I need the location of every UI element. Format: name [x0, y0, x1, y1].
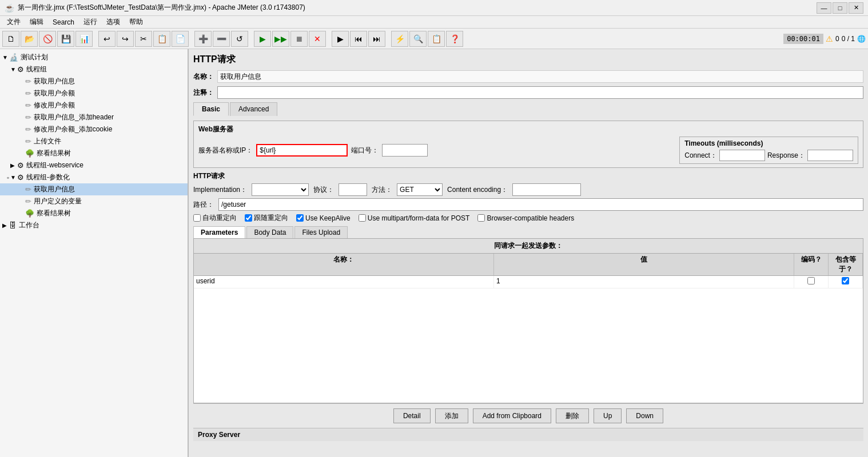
tree-item-view-result-2[interactable]: 🌳 察看结果树: [0, 207, 188, 219]
menu-search[interactable]: Search: [48, 17, 79, 27]
new-button[interactable]: 🗋: [2, 31, 19, 47]
thread-param-icon: ⚙: [17, 173, 24, 182]
tree-item-user-vars[interactable]: ✏ 用户定义的变量: [0, 195, 188, 207]
start-no-pause-button[interactable]: ▶▶: [272, 31, 289, 47]
tree-arrow-thread-group[interactable]: ▼: [10, 66, 17, 73]
impl-select[interactable]: HttpClient4 Java: [252, 183, 309, 196]
remote-exit-button[interactable]: ⏭: [368, 31, 385, 47]
down-button[interactable]: Down: [626, 408, 663, 423]
keep-alive-checkbox[interactable]: Use KeepAlive: [296, 214, 351, 222]
shutdown-button[interactable]: ✕: [309, 31, 326, 47]
close-button[interactable]: ✕: [849, 2, 863, 14]
stop-button[interactable]: 🚫: [39, 31, 56, 47]
user-vars-icon: ✏: [25, 197, 31, 206]
menu-run[interactable]: 运行: [79, 16, 102, 28]
tree-label-modify-balance: 修改用户余额: [34, 101, 75, 110]
method-select[interactable]: GET POST PUT DELETE: [397, 183, 443, 196]
save-button[interactable]: 💾: [57, 31, 74, 47]
name-input[interactable]: [217, 70, 863, 83]
search-button[interactable]: 🔍: [409, 31, 427, 47]
include-checkbox-0[interactable]: [842, 277, 849, 284]
menu-edit[interactable]: 编辑: [25, 16, 48, 28]
tree-arrow-param[interactable]: ▼: [10, 174, 17, 181]
menu-options[interactable]: 选项: [102, 16, 125, 28]
tree-item-get-user-info-1[interactable]: ✏ 获取用户信息: [0, 75, 188, 87]
tree-arrow-test-plan[interactable]: ▼: [2, 54, 9, 61]
server-name-input[interactable]: [256, 144, 348, 157]
browser-headers-checkbox[interactable]: Browser-compatible headers: [477, 214, 574, 222]
copy-button[interactable]: 📋: [153, 31, 170, 47]
response-input[interactable]: [807, 150, 853, 161]
auto-redirect-checkbox[interactable]: 自动重定向: [193, 213, 237, 223]
get-user-header-icon: ✏: [25, 113, 31, 122]
function-helper-button[interactable]: ⚡: [391, 31, 408, 47]
encoding-input[interactable]: [512, 183, 581, 196]
log-button[interactable]: 📋: [428, 31, 445, 47]
multipart-checkbox[interactable]: Use multipart/form-data for POST: [359, 214, 470, 222]
test-plan-icon: 🔬: [9, 53, 18, 62]
main-tab-bar: Basic Advanced: [193, 102, 863, 116]
tree-item-workbench[interactable]: ▶ 🗄 工作台: [0, 219, 188, 231]
path-label: 路径：: [193, 200, 214, 210]
remote-stop-button[interactable]: ⏮: [350, 31, 367, 47]
encode-checkbox-0[interactable]: [807, 277, 815, 284]
tree-item-view-result-1[interactable]: 🌳 察看结果树: [0, 147, 188, 159]
inner-tab-parameters[interactable]: Parameters: [193, 226, 245, 238]
add-clipboard-button[interactable]: Add from Clipboard: [473, 408, 551, 423]
start-button[interactable]: ▶: [254, 31, 271, 47]
tree-arrow-webservice[interactable]: ▶: [10, 162, 17, 169]
response-label: Response：: [767, 151, 805, 161]
comment-input[interactable]: [217, 86, 863, 99]
connect-label: Connect：: [684, 151, 717, 161]
paste-button[interactable]: 📄: [172, 31, 189, 47]
tree-item-thread-group[interactable]: ▼ ⚙ 线程组: [0, 63, 188, 75]
add-param-button[interactable]: 添加: [435, 408, 468, 423]
open-button[interactable]: 📂: [21, 31, 38, 47]
tree-item-test-plan[interactable]: ▼ 🔬 测试计划: [0, 51, 188, 63]
minimize-button[interactable]: —: [817, 2, 831, 14]
tree-item-thread-param[interactable]: ◦ ▼ ⚙ 线程组-参数化: [0, 171, 188, 183]
help-button[interactable]: ❓: [446, 31, 463, 47]
menu-file[interactable]: 文件: [2, 16, 25, 28]
cut-button[interactable]: ✂: [135, 31, 152, 47]
follow-redirect-checkbox[interactable]: 跟随重定向: [245, 213, 288, 223]
tree-item-thread-webservice[interactable]: ▶ ⚙ 线程组-webservice: [0, 159, 188, 171]
tree-label-thread-webservice: 线程组-webservice: [26, 161, 83, 170]
tree-item-get-user-balance[interactable]: ✏ 获取用户余额: [0, 87, 188, 99]
detail-button[interactable]: Detail: [393, 408, 431, 423]
reset-button[interactable]: ↺: [231, 31, 248, 47]
remove-button[interactable]: ➖: [213, 31, 230, 47]
get-user-balance-icon: ✏: [25, 89, 31, 98]
delete-button[interactable]: 删除: [556, 408, 589, 423]
up-button[interactable]: Up: [594, 408, 622, 423]
tree-item-modify-balance[interactable]: ✏ 修改用户余额: [0, 99, 188, 111]
tree-arrow-workbench[interactable]: ▶: [2, 222, 9, 228]
tree-item-upload-file[interactable]: ✏ 上传文件: [0, 135, 188, 147]
tree-label-thread-group: 线程组: [26, 65, 47, 74]
tab-advanced[interactable]: Advanced: [230, 102, 277, 116]
tree-label-view-result-2: 察看结果树: [37, 209, 71, 218]
method-label: 方法：: [372, 185, 392, 195]
tree-item-modify-cookie[interactable]: ✏ 修改用户余额_添加cookie: [0, 123, 188, 135]
tree-item-get-user-info-2[interactable]: ✏ 获取用户信息: [0, 183, 188, 195]
inner-tab-body-data[interactable]: Body Data: [246, 226, 293, 238]
params-table-area: 同请求一起发送参数： 名称： 值 编码？ 包含等于？ userid 1: [193, 239, 863, 403]
remote-start-button[interactable]: ▶: [332, 31, 349, 47]
proto-input[interactable]: [339, 183, 367, 196]
path-input[interactable]: [218, 198, 863, 211]
undo-button[interactable]: ↩: [98, 31, 116, 47]
add-button[interactable]: ➕: [194, 31, 212, 47]
port-input[interactable]: [382, 144, 428, 157]
report-button[interactable]: 📊: [75, 31, 93, 47]
col-encode: 编码？: [794, 254, 829, 275]
thread-group-icon: ⚙: [17, 65, 24, 74]
stop-test-button[interactable]: ⏹: [290, 31, 308, 47]
redo-button[interactable]: ↪: [117, 31, 134, 47]
connect-input[interactable]: [719, 150, 765, 161]
col-include: 包含等于？: [829, 254, 863, 275]
tab-basic[interactable]: Basic: [193, 102, 229, 116]
inner-tab-files-upload[interactable]: Files Upload: [294, 226, 348, 238]
menu-help[interactable]: 帮助: [125, 16, 148, 28]
maximize-button[interactable]: □: [833, 2, 847, 14]
tree-item-get-user-header[interactable]: ✏ 获取用户信息_添加header: [0, 111, 188, 123]
